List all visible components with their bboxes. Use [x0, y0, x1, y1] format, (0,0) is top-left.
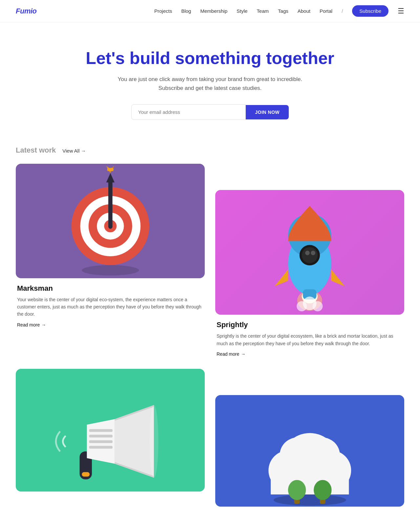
section-title: Latest work [16, 146, 56, 155]
nav-membership[interactable]: Membership [200, 8, 227, 14]
brand-logo[interactable]: Fumio [16, 7, 37, 15]
project-info-campaign [16, 492, 205, 499]
join-now-button[interactable]: JOIN NOW [246, 105, 289, 119]
nav-projects[interactable]: Projects [154, 8, 172, 14]
navbar: Fumio Projects Blog Membership Style Tea… [0, 0, 420, 22]
svg-point-17 [305, 251, 310, 255]
nav-portal[interactable]: Portal [320, 8, 332, 14]
svg-point-39 [288, 480, 306, 500]
project-desc-sprightly: Sprightly is the center of your digital … [217, 332, 403, 347]
nav-links: Projects Blog Membership Style Team Tags… [154, 5, 404, 17]
hero-section: Let's build something together You are j… [0, 22, 420, 139]
svg-rect-36 [271, 473, 349, 494]
svg-rect-10 [107, 168, 113, 171]
project-card-marksman: Marksman Your website is the center of y… [16, 164, 205, 358]
svg-point-21 [297, 301, 307, 311]
svg-rect-26 [89, 435, 112, 438]
nav-style[interactable]: Style [237, 8, 247, 14]
email-input[interactable] [131, 104, 246, 120]
project-name-marksman: Marksman [17, 284, 203, 293]
project-card-cloud [215, 395, 404, 514]
svg-point-16 [302, 247, 318, 263]
rocket-icon [253, 190, 367, 315]
project-image-cloud [215, 395, 404, 507]
arrow-right-icon: → [81, 148, 86, 154]
view-all-link[interactable]: View All → [62, 148, 86, 154]
svg-rect-27 [89, 440, 112, 443]
svg-point-18 [311, 251, 315, 255]
svg-rect-28 [89, 446, 112, 449]
email-form: JOIN NOW [131, 104, 289, 120]
svg-rect-25 [89, 429, 112, 432]
svg-rect-6 [108, 179, 113, 229]
svg-marker-7 [106, 173, 114, 183]
svg-rect-24 [82, 472, 90, 477]
project-card-sprightly: Sprightly Sprightly is the center of you… [215, 190, 404, 358]
megaphone-icon [49, 369, 172, 492]
project-card-campaign [16, 369, 205, 514]
nav-tags[interactable]: Tags [278, 8, 288, 14]
svg-point-0 [82, 265, 139, 276]
svg-point-40 [314, 480, 331, 500]
hamburger-icon[interactable]: ☰ [398, 7, 404, 15]
project-info-sprightly: Sprightly Sprightly is the center of you… [215, 315, 404, 358]
nav-blog[interactable]: Blog [181, 8, 191, 14]
project-image-marksman [16, 164, 205, 278]
project-name-sprightly: Sprightly [217, 321, 403, 329]
read-more-sprightly[interactable]: Read more → [217, 351, 245, 357]
arrow-icon-sprightly: → [241, 351, 245, 357]
latest-work-section: Latest work View All → [0, 139, 420, 525]
project-image-campaign [16, 369, 205, 492]
nav-divider: / [342, 8, 343, 14]
section-header: Latest work View All → [16, 146, 404, 155]
read-more-marksman[interactable]: Read more → [17, 322, 46, 327]
subscribe-button[interactable]: Subscribe [352, 5, 388, 17]
project-image-sprightly [215, 190, 404, 315]
arrow-icon: → [41, 322, 46, 327]
nav-about[interactable]: About [298, 8, 310, 14]
cloud-icon [248, 395, 371, 507]
project-info-cloud [215, 507, 404, 514]
svg-point-30 [273, 494, 346, 506]
hero-title: Let's build something together [16, 49, 404, 68]
target-icon [58, 164, 162, 278]
hero-subtitle: You are just one click away from taking … [16, 75, 404, 93]
svg-point-35 [304, 437, 340, 473]
svg-point-29 [149, 405, 158, 478]
project-info-marksman: Marksman Your website is the center of y… [16, 278, 205, 329]
svg-point-22 [313, 301, 323, 311]
nav-team[interactable]: Team [257, 8, 269, 14]
project-desc-marksman: Your website is the center of your digit… [17, 296, 203, 318]
projects-grid: Marksman Your website is the center of y… [16, 164, 404, 514]
